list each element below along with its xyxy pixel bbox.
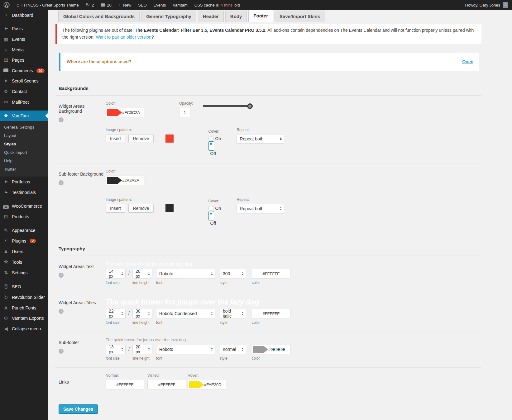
row-label: Widget Areas Background bbox=[59, 104, 106, 114]
sidebar-item-events[interactable]: ▦ Events bbox=[0, 34, 48, 45]
tab-header[interactable]: Header bbox=[198, 11, 224, 22]
repeat-label: Repeat: bbox=[237, 197, 284, 202]
plugin-icon: ⚡ bbox=[3, 238, 9, 244]
collapse-menu-button[interactable]: ◀ Collapse menu bbox=[0, 323, 48, 334]
widget-bg-color-picker[interactable]: #FC3C2A bbox=[106, 108, 144, 117]
sidebar-item-woocommerce[interactable]: W WooCommerce bbox=[0, 201, 48, 211]
line-height-stepper[interactable]: 20 px bbox=[132, 269, 152, 278]
account-menu[interactable]: Howdy, Gary Jones ♙ bbox=[465, 2, 512, 8]
tab-general-typography[interactable]: General Typography bbox=[141, 11, 196, 22]
admin-bar: Ⓦ ⌂ FITNESS - Great Sports Theme ↻ 2 20 … bbox=[0, 0, 512, 10]
tab-global-colors[interactable]: Global Colors and Backgrounds bbox=[58, 11, 140, 22]
sidebar-item-punch-fonts[interactable]: A Punch Fonts bbox=[0, 303, 48, 313]
seo-admin-menu[interactable]: SEO bbox=[135, 0, 150, 10]
text-color-input[interactable] bbox=[252, 269, 290, 278]
sidebar-item-scroll-scenes[interactable]: ➤ Scroll Scenes bbox=[0, 76, 48, 86]
text-color-input[interactable] bbox=[252, 309, 290, 318]
tab-save-import-skins[interactable]: Save/Import Skins bbox=[275, 11, 325, 22]
submenu-twitter[interactable]: Twitter bbox=[0, 165, 48, 173]
color-swatch bbox=[189, 381, 204, 388]
cover-off-radio[interactable] bbox=[208, 211, 214, 220]
line-height-stepper[interactable]: 30 px bbox=[132, 309, 152, 318]
cover-on-radio[interactable] bbox=[208, 206, 213, 211]
tab-footer[interactable]: Footer bbox=[248, 10, 273, 22]
image-pattern-label: Image / pattern: bbox=[106, 197, 154, 202]
subfooter-text-color-picker[interactable]: #9B9B9B bbox=[252, 345, 290, 354]
opacity-slider-handle[interactable] bbox=[247, 103, 253, 109]
remove-button[interactable]: Remove bbox=[128, 204, 153, 213]
updates-menu[interactable]: ↻ 2 bbox=[82, 0, 98, 10]
new-content-menu[interactable]: + New bbox=[115, 0, 135, 10]
opacity-slider[interactable] bbox=[203, 105, 250, 107]
font-select[interactable]: Roboto bbox=[156, 345, 215, 354]
line-height-stepper[interactable]: 20 px bbox=[132, 345, 152, 354]
style-value: bold italic bbox=[223, 309, 239, 319]
sidebar-item-mailpoet[interactable]: ✉ MailPoet bbox=[0, 97, 48, 107]
subfooter-bg-color-picker[interactable]: #2A2A2A bbox=[106, 176, 144, 185]
sidebar-item-pages[interactable]: ▤ Pages bbox=[0, 55, 48, 65]
link-normal-color-input[interactable] bbox=[106, 380, 144, 389]
font-size-stepper[interactable]: 22 px bbox=[106, 309, 126, 318]
repeat-select[interactable]: Repeat both bbox=[237, 204, 284, 213]
sidebar-item-portfolios[interactable]: ➤ Portfolios bbox=[0, 177, 48, 187]
font-size-stepper[interactable]: 14 px bbox=[106, 269, 126, 278]
sidebar-item-tools[interactable]: ⚒ Tools bbox=[0, 257, 48, 267]
sidebar-item-products[interactable]: ⊟ Products bbox=[0, 211, 48, 222]
info-icon[interactable]: i bbox=[59, 349, 64, 354]
submenu-styles[interactable]: Styles bbox=[0, 140, 48, 148]
color-label: color bbox=[252, 281, 290, 285]
cover-off-radio[interactable] bbox=[208, 141, 214, 151]
open-link[interactable]: Open bbox=[462, 59, 473, 64]
site-name-menu[interactable]: ⌂ FITNESS - Great Sports Theme bbox=[13, 0, 82, 10]
comments-menu[interactable]: 20 bbox=[97, 0, 115, 10]
submenu-help[interactable]: Help bbox=[0, 157, 48, 165]
info-icon[interactable]: i bbox=[59, 180, 64, 185]
comments-count-badge: 20 bbox=[36, 68, 45, 73]
style-select[interactable]: normal bbox=[220, 345, 246, 354]
sidebar-item-seo[interactable]: Ⓨ SEO bbox=[0, 281, 48, 292]
sidebar-item-revolution-slider[interactable]: ↻ Revolution Slider bbox=[0, 292, 48, 303]
sidebar-item-contact[interactable]: ⚙ Contact bbox=[0, 86, 48, 97]
sidebar-item-posts[interactable]: ➤ Posts bbox=[0, 23, 48, 34]
link-visited-color-input[interactable] bbox=[147, 380, 186, 389]
sidebar-item-testimonials[interactable]: ➤ Testimonials bbox=[0, 187, 48, 198]
cover-on-radio[interactable] bbox=[208, 136, 213, 141]
info-icon[interactable]: i bbox=[59, 273, 64, 278]
sidebar-item-plugins[interactable]: ⚡ Plugins 2 bbox=[0, 236, 48, 246]
wp-logo-menu[interactable]: Ⓦ bbox=[0, 0, 13, 10]
style-select[interactable]: 300 bbox=[220, 269, 246, 278]
submenu-general-settings[interactable]: General Settings bbox=[0, 123, 48, 131]
font-select[interactable]: Roboto bbox=[156, 269, 215, 278]
link-hover-color-picker[interactable]: #FAE20D bbox=[188, 380, 226, 389]
font-control: Roboto font bbox=[156, 269, 215, 285]
tab-body[interactable]: Body bbox=[225, 11, 247, 22]
insert-button[interactable]: Insert bbox=[106, 204, 125, 213]
sidebar-item-media[interactable]: ♫ Media bbox=[0, 45, 48, 55]
save-changes-button[interactable]: Save Changes bbox=[59, 404, 98, 414]
vamtam-admin-menu[interactable]: Vamtam bbox=[169, 0, 191, 10]
repeat-select[interactable]: Repeat both bbox=[237, 134, 284, 144]
font-select[interactable]: Roboto Condensed bbox=[156, 309, 215, 318]
sidebar-item-users[interactable]: ♟ Users bbox=[0, 246, 48, 257]
sidebar-item-comments[interactable]: Comments 20 bbox=[0, 65, 48, 76]
remove-button[interactable]: Remove bbox=[128, 134, 153, 143]
info-icon[interactable]: i bbox=[59, 309, 64, 314]
repeat-label: Repeat: bbox=[237, 128, 284, 132]
style-select[interactable]: bold italic bbox=[220, 309, 246, 318]
home-icon: ⌂ bbox=[17, 2, 20, 7]
opacity-input[interactable] bbox=[179, 108, 190, 117]
font-control: Roboto font bbox=[156, 345, 215, 361]
image-preview-swatch bbox=[165, 204, 174, 212]
events-admin-menu[interactable]: Events bbox=[150, 0, 170, 10]
insert-button[interactable]: Insert bbox=[106, 134, 125, 143]
sidebar-item-dashboard[interactable]: ◔ Dashboard bbox=[0, 10, 48, 20]
sidebar-item-vamtam[interactable]: ❖ VamTam bbox=[0, 111, 48, 121]
sidebar-item-vamtam-exports[interactable]: ⚙ Vamtam Exports bbox=[0, 313, 48, 323]
submenu-layout[interactable]: Layout bbox=[0, 131, 48, 140]
info-icon[interactable]: i bbox=[59, 117, 64, 122]
pair-older-version-link[interactable]: Want to pair an older version bbox=[96, 35, 151, 40]
font-size-stepper[interactable]: 13 px bbox=[106, 345, 126, 354]
submenu-quick-import[interactable]: Quick Import bbox=[0, 148, 48, 157]
sidebar-item-settings[interactable]: ⇅ Settings bbox=[0, 267, 48, 278]
sidebar-item-appearance[interactable]: ✎ Appearance bbox=[0, 225, 48, 236]
